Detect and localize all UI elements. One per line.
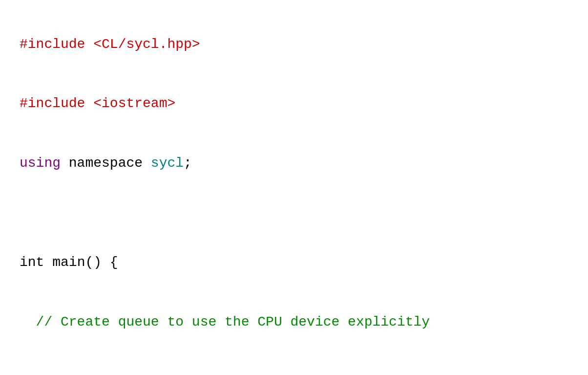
using-namespace-kw: namespace [61,155,151,171]
using-keyword: using [20,155,61,171]
include1: #include <CL/sycl.hpp> [20,37,200,52]
include2: #include <iostream> [20,96,175,111]
comment-line: // Create queue to use the CPU device ex… [20,314,430,330]
code-block: #include <CL/sycl.hpp> #include <iostrea… [20,15,568,375]
sycl-ns: sycl [151,155,184,171]
int-keyword: int [20,255,44,270]
